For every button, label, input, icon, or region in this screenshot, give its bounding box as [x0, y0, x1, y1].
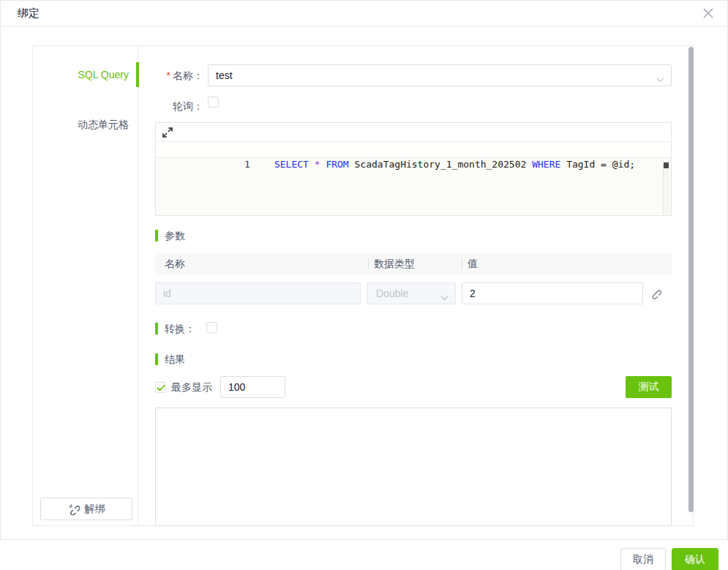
- column-header-type: 数据类型: [374, 258, 415, 271]
- dialog-header: 绑定: [0, 0, 728, 27]
- binding-panel: SQL Query 动态单元格 解绑: [32, 45, 694, 526]
- result-limit-row: 最多显示 测试: [138, 376, 694, 398]
- cancel-button[interactable]: 取消: [620, 548, 666, 570]
- sql-token: *: [315, 159, 326, 170]
- param-type-select: Double: [367, 282, 456, 304]
- name-field-label: *名称：: [138, 70, 203, 83]
- sql-query-form: *名称： test 轮询：: [138, 46, 694, 525]
- result-output-area: [155, 408, 672, 526]
- result-section-label: 结果: [165, 353, 185, 366]
- poll-field-label: 轮询：: [138, 100, 203, 113]
- broken-link-icon: [68, 503, 80, 515]
- editor-toolbar: [156, 123, 671, 142]
- sidebar-item-label: SQL Query: [78, 69, 129, 80]
- sidebar-item-label: 动态单元格: [78, 119, 129, 130]
- code-area[interactable]: 1SELECT * FROM ScadaTagHistory_1_month_2…: [156, 143, 671, 215]
- params-table-header: 名称 数据类型 值: [155, 253, 672, 275]
- section-accent-bar: [155, 230, 158, 241]
- dialog-footer: 取消 确认: [0, 539, 728, 570]
- sql-token: ScadaTagHistory_1_month_202502: [355, 159, 533, 170]
- unbind-button[interactable]: 解绑: [40, 498, 132, 520]
- name-select-value: test: [216, 70, 233, 81]
- dialog-title: 绑定: [18, 7, 40, 20]
- chevron-down-icon: [656, 73, 664, 85]
- editor-scrollbar[interactable]: [663, 162, 669, 214]
- param-value-input[interactable]: [462, 282, 643, 304]
- params-section-label: 参数: [165, 229, 185, 242]
- confirm-button[interactable]: 确认: [672, 548, 718, 570]
- sql-code-editor[interactable]: 1SELECT * FROM ScadaTagHistory_1_month_2…: [155, 122, 672, 216]
- panel-scrollbar-thumb[interactable]: [688, 47, 694, 512]
- param-name-input: [155, 282, 361, 304]
- column-divider: [462, 259, 462, 269]
- required-mark: *: [167, 70, 170, 81]
- sql-token: TagId = @id;: [566, 159, 635, 170]
- line-number: 1: [225, 157, 260, 172]
- code-line-1: 1SELECT * FROM ScadaTagHistory_1_month_2…: [156, 143, 671, 158]
- link-icon[interactable]: [650, 288, 661, 299]
- name-select[interactable]: test: [208, 64, 672, 86]
- poll-checkbox[interactable]: [208, 97, 219, 108]
- test-button[interactable]: 测试: [626, 376, 672, 398]
- column-divider: [368, 259, 369, 269]
- limit-label: 最多显示: [171, 381, 212, 394]
- sql-token: WHERE: [532, 159, 566, 170]
- chevron-down-icon: [440, 291, 449, 303]
- section-accent-bar: [155, 353, 158, 365]
- transform-checkbox[interactable]: [206, 322, 217, 333]
- binding-dialog: 绑定 SQL Query 动态单元格: [0, 0, 728, 570]
- unbind-button-label: 解绑: [85, 503, 105, 516]
- sidebar-item-dynamic-cell[interactable]: 动态单元格: [33, 111, 138, 138]
- transform-label: 转换：: [165, 322, 195, 335]
- sql-token: SELECT: [274, 159, 315, 170]
- binding-type-sidebar: SQL Query 动态单元格 解绑: [33, 46, 138, 525]
- column-header-value: 值: [468, 258, 478, 271]
- editor-scrollbar-thumb[interactable]: [664, 162, 669, 168]
- column-header-name: 名称: [165, 258, 185, 271]
- expand-fullscreen-icon[interactable]: [162, 127, 173, 138]
- limit-checkbox[interactable]: [155, 382, 166, 393]
- param-row: Double: [138, 282, 694, 304]
- sql-token: FROM: [326, 159, 354, 170]
- close-icon[interactable]: [700, 5, 716, 21]
- limit-input[interactable]: [220, 376, 285, 398]
- param-type-value: Double: [376, 288, 408, 299]
- section-accent-bar: [155, 323, 158, 334]
- sidebar-item-sql-query[interactable]: SQL Query: [33, 61, 138, 88]
